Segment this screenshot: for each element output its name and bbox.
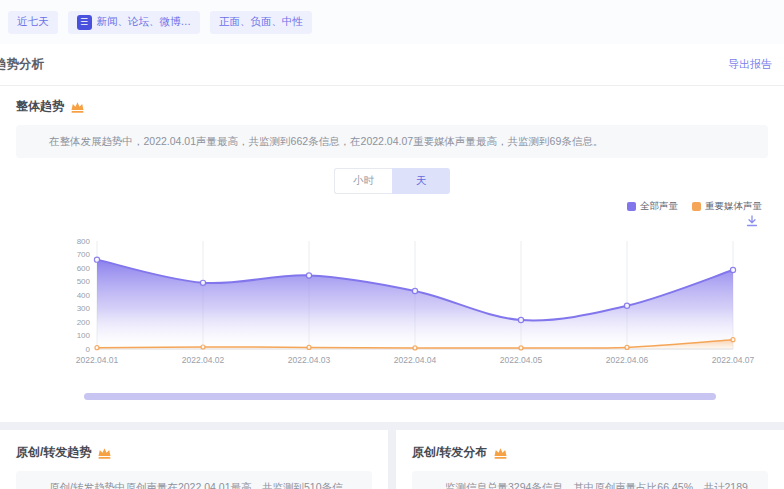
svg-text:300: 300	[77, 304, 91, 313]
source-filter-label: 新闻、论坛、微博…	[97, 15, 192, 29]
chart-legend: 全部声量 重要媒体声量	[16, 200, 768, 213]
trend-analysis-panel: 趋势分析 导出报告 整体趋势 在整体发展趋势中，2022.04.01声量最高，共…	[0, 44, 784, 422]
chart-datazoom-slider[interactable]	[84, 393, 716, 400]
original-repost-trend-title: 原创/转发趋势	[16, 444, 91, 461]
svg-text:100: 100	[77, 331, 91, 340]
original-repost-distribution-title: 原创/转发分布	[412, 444, 487, 461]
tab-day[interactable]: 天	[392, 168, 450, 194]
sentiment-filter-label: 正面、负面、中性	[219, 15, 303, 29]
original-repost-trend-card: 原创/转发趋势 原创/转发趋势中原创声量在2022.04.01最高，共监测到51…	[0, 430, 388, 489]
panel-header: 趋势分析 导出报告	[0, 44, 784, 86]
svg-text:600: 600	[77, 264, 91, 273]
svg-text:800: 800	[77, 237, 91, 246]
time-range-label: 近七天	[17, 15, 49, 29]
tab-hour[interactable]: 小时	[334, 168, 392, 194]
trend-rank-icon	[97, 446, 112, 460]
legend-item-media-volume[interactable]: 重要媒体声量	[692, 200, 762, 213]
trend-rank-icon	[493, 446, 508, 460]
svg-text:400: 400	[77, 291, 91, 300]
legend-label-media: 重要媒体声量	[705, 200, 762, 213]
svg-text:2022.04.02: 2022.04.02	[182, 355, 225, 365]
svg-text:2022.04.03: 2022.04.03	[288, 355, 331, 365]
svg-text:2022.04.07: 2022.04.07	[712, 355, 755, 365]
overall-trend-card: 整体趋势 在整体发展趋势中，2022.04.01声量最高，共监测到662条信息，…	[0, 86, 784, 422]
overall-trend-title: 整体趋势	[16, 98, 64, 115]
legend-swatch-orange	[692, 202, 701, 211]
source-chip-icon: ☰	[77, 15, 92, 30]
export-report-link[interactable]: 导出报告	[728, 57, 772, 72]
legend-swatch-purple	[627, 202, 636, 211]
trend-rank-icon	[70, 100, 85, 114]
trend-area-chart[interactable]: 01002003004005006007008002022.04.012022.…	[16, 229, 768, 381]
legend-label-total: 全部声量	[640, 200, 678, 213]
trend-chart-svg: 01002003004005006007008002022.04.012022.…	[16, 229, 768, 379]
svg-text:0: 0	[86, 345, 91, 354]
bottom-cards-row: 原创/转发趋势 原创/转发趋势中原创声量在2022.04.01最高，共监测到51…	[0, 430, 784, 489]
filter-bar: 近七天 ☰ 新闻、论坛、微博… 正面、负面、中性	[0, 0, 784, 44]
original-repost-distribution-card: 原创/转发分布 监测信息总量3294条信息，其中原创声量占比66.45%，共计2…	[396, 430, 784, 489]
sentiment-filter-chip[interactable]: 正面、负面、中性	[210, 11, 312, 34]
svg-text:2022.04.04: 2022.04.04	[394, 355, 437, 365]
svg-text:500: 500	[77, 277, 91, 286]
page-title: 趋势分析	[0, 56, 44, 73]
download-chart-icon[interactable]	[746, 215, 758, 227]
source-filter-chip[interactable]: ☰ 新闻、论坛、微博…	[68, 11, 201, 34]
svg-text:2022.04.06: 2022.04.06	[606, 355, 649, 365]
time-range-chip[interactable]: 近七天	[8, 11, 58, 34]
overall-trend-summary: 在整体发展趋势中，2022.04.01声量最高，共监测到662条信息，在2022…	[28, 133, 756, 150]
original-repost-distribution-summary-box: 监测信息总量3294条信息，其中原创声量占比66.45%，共计2189条信息；转…	[412, 471, 768, 489]
granularity-tabs: 小时 天	[16, 168, 768, 194]
svg-text:200: 200	[77, 318, 91, 327]
svg-text:700: 700	[77, 250, 91, 259]
overall-trend-summary-box: 在整体发展趋势中，2022.04.01声量最高，共监测到662条信息，在2022…	[16, 125, 768, 158]
original-repost-trend-summary: 原创/转发趋势中原创声量在2022.04.01最高，共监测到510条信息；转发声…	[28, 479, 360, 489]
svg-text:2022.04.05: 2022.04.05	[500, 355, 543, 365]
original-repost-trend-summary-box: 原创/转发趋势中原创声量在2022.04.01最高，共监测到510条信息；转发声…	[16, 471, 372, 489]
original-repost-distribution-summary: 监测信息总量3294条信息，其中原创声量占比66.45%，共计2189条信息；转…	[424, 479, 756, 489]
svg-text:2022.04.01: 2022.04.01	[76, 355, 119, 365]
legend-item-total-volume[interactable]: 全部声量	[627, 200, 678, 213]
